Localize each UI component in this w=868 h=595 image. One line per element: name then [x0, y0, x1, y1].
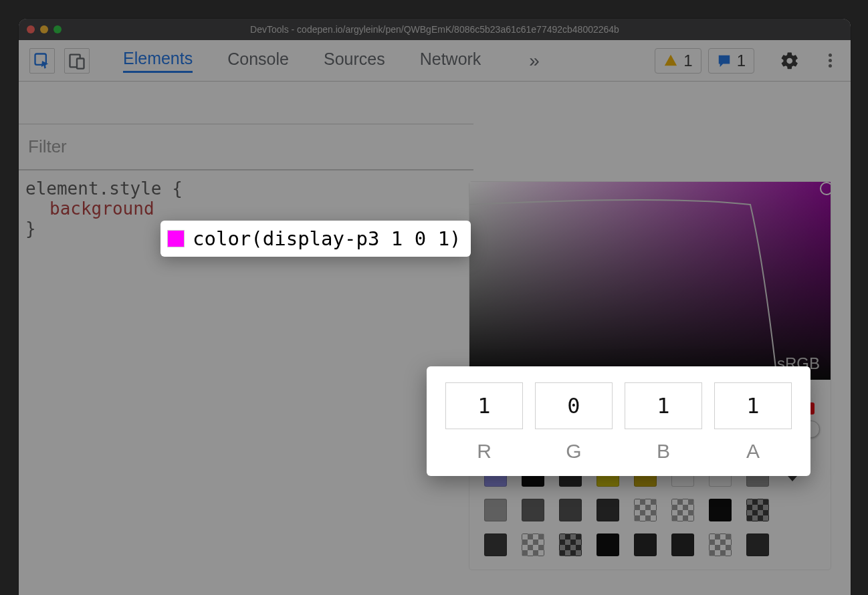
- palette-swatch[interactable]: [596, 533, 619, 556]
- channel-g-label: G: [535, 440, 613, 463]
- color-spectrum[interactable]: sRGB: [469, 182, 831, 380]
- palette-swatch[interactable]: [522, 533, 544, 556]
- palette-swatch[interactable]: [746, 499, 769, 521]
- css-property-name[interactable]: background: [49, 199, 154, 219]
- window-controls: [27, 25, 62, 33]
- channel-a-input[interactable]: [714, 382, 792, 429]
- channel-r-label: R: [445, 440, 523, 463]
- styles-filter-input[interactable]: Filter: [19, 124, 473, 170]
- inspect-element-icon[interactable]: [29, 48, 55, 74]
- palette-swatch[interactable]: [634, 499, 657, 521]
- channel-r-input[interactable]: [445, 382, 523, 429]
- palette-swatch[interactable]: [559, 499, 582, 521]
- more-tabs-icon[interactable]: »: [529, 50, 540, 72]
- palette-swatch[interactable]: [522, 499, 544, 521]
- palette-swatch[interactable]: [671, 499, 694, 521]
- open-brace: {: [172, 178, 183, 199]
- svg-point-3: [821, 183, 831, 195]
- tab-elements[interactable]: Elements: [123, 49, 193, 73]
- issues-count: 1: [737, 51, 746, 70]
- titlebar: DevTools - codepen.io/argyleink/pen/QWBg…: [19, 19, 851, 40]
- color-swatch-icon[interactable]: [167, 230, 185, 247]
- svg-rect-2: [77, 58, 84, 68]
- palette-swatch[interactable]: [634, 533, 657, 556]
- css-selector: element.style: [25, 178, 162, 199]
- palette-swatch[interactable]: [671, 533, 694, 556]
- warnings-badge[interactable]: 1: [655, 48, 701, 74]
- maximize-window-button[interactable]: [53, 25, 62, 33]
- palette-swatch[interactable]: [709, 533, 732, 556]
- tab-sources[interactable]: Sources: [324, 49, 385, 72]
- css-value-tooltip: color(display-p3 1 0 1): [160, 221, 471, 257]
- palette-row: [484, 533, 816, 556]
- channel-b-label: B: [625, 440, 702, 463]
- channel-g-input[interactable]: [535, 382, 613, 429]
- palette-swatch[interactable]: [484, 499, 507, 521]
- window-title: DevTools - codepen.io/argyleink/pen/QWBg…: [19, 24, 851, 35]
- channel-a-label: A: [714, 440, 792, 463]
- palette-row: [484, 499, 816, 521]
- rgba-panel: R G B A: [427, 366, 810, 476]
- panel-tabs: Elements Console Sources Network »: [123, 49, 645, 73]
- device-toolbar-icon[interactable]: [64, 48, 90, 74]
- tab-network[interactable]: Network: [420, 49, 481, 72]
- close-window-button[interactable]: [27, 25, 35, 33]
- channel-b-input[interactable]: [625, 382, 702, 429]
- palette-swatch[interactable]: [559, 533, 582, 556]
- settings-gear-icon[interactable]: [777, 48, 802, 74]
- issues-badge[interactable]: 1: [708, 48, 754, 74]
- tab-console[interactable]: Console: [227, 49, 289, 72]
- toolbar: Elements Console Sources Network » 1 1: [19, 40, 851, 82]
- palette-swatch[interactable]: [484, 533, 507, 556]
- content-area: Filter element.style { background }: [19, 82, 851, 595]
- more-menu-icon[interactable]: [820, 53, 840, 68]
- css-property-value[interactable]: color(display-p3 1 0 1): [193, 227, 461, 250]
- palette-swatch[interactable]: [596, 499, 619, 521]
- devtools-window: DevTools - codepen.io/argyleink/pen/QWBg…: [19, 19, 851, 595]
- palette-swatch[interactable]: [746, 533, 769, 556]
- palette-swatch[interactable]: [709, 499, 732, 521]
- close-brace: }: [25, 219, 36, 239]
- warnings-count: 1: [683, 51, 692, 70]
- minimize-window-button[interactable]: [40, 25, 48, 33]
